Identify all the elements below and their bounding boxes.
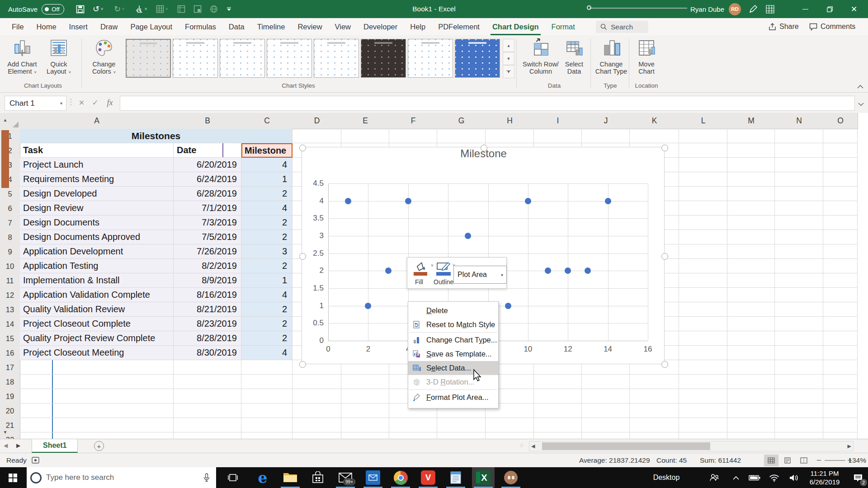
cell[interactable] <box>679 244 727 259</box>
chart-selection-handle[interactable] <box>299 253 306 260</box>
date-cell[interactable]: 8/16/2019 <box>174 288 241 302</box>
tab-home[interactable]: Home <box>30 18 63 35</box>
taskbar-app-chrome[interactable] <box>389 467 412 488</box>
cell[interactable] <box>582 432 630 439</box>
chart-style-thumbnail[interactable] <box>455 39 500 78</box>
column-header-D[interactable]: D <box>292 113 342 129</box>
data-point[interactable] <box>605 198 611 204</box>
column-header-E[interactable]: E <box>341 113 390 129</box>
cell[interactable] <box>775 317 823 331</box>
cell[interactable] <box>292 389 341 404</box>
cell[interactable] <box>775 346 823 360</box>
view-page-break-button[interactable] <box>797 455 811 466</box>
cell[interactable] <box>823 259 858 273</box>
cell[interactable] <box>679 404 727 418</box>
hscroll-left-icon[interactable]: ◀ <box>531 443 535 449</box>
taskbar-app-gimp[interactable] <box>500 467 522 488</box>
change-chart-type-button[interactable]: Change Chart Type <box>593 38 629 75</box>
microphone-icon[interactable] <box>203 473 210 482</box>
fill-button[interactable] <box>414 261 429 277</box>
cell[interactable] <box>679 158 727 172</box>
cell[interactable] <box>292 432 341 439</box>
cell[interactable] <box>775 389 823 404</box>
cell[interactable] <box>679 259 727 273</box>
cell[interactable] <box>341 404 389 418</box>
people-icon[interactable] <box>705 467 723 488</box>
styles-scroll-up-button[interactable]: ▲ <box>503 39 514 52</box>
zoom-out-button[interactable]: − <box>816 453 821 467</box>
cell[interactable] <box>727 129 775 143</box>
cell[interactable] <box>727 172 775 187</box>
cell[interactable] <box>630 129 679 143</box>
date-cell[interactable]: 8/30/2019 <box>174 346 241 360</box>
cell[interactable] <box>534 129 582 143</box>
cell[interactable] <box>679 172 727 187</box>
cell[interactable] <box>727 201 775 216</box>
row-header-6[interactable]: 6 <box>0 201 20 216</box>
cell[interactable] <box>341 129 389 143</box>
vscroll-up-icon[interactable]: ▲ <box>0 113 10 127</box>
data-point[interactable] <box>585 267 591 274</box>
enter-formula-button[interactable]: ✓ <box>89 96 101 110</box>
cell[interactable] <box>823 273 858 288</box>
column-header-J[interactable]: J <box>582 113 630 129</box>
milestone-cell[interactable]: 2 <box>241 317 292 331</box>
cell[interactable] <box>534 404 582 418</box>
cell[interactable] <box>679 346 727 360</box>
status-average[interactable]: Average: 21837.21429 <box>579 453 650 467</box>
cell[interactable] <box>775 302 823 317</box>
name-box[interactable]: Chart 1 ▾ <box>5 96 66 111</box>
cell[interactable] <box>823 375 858 389</box>
switch-row-column-button[interactable]: Switch Row/ Column <box>521 38 561 75</box>
cell[interactable] <box>20 389 174 404</box>
cell[interactable] <box>389 432 437 439</box>
cell[interactable] <box>630 404 679 418</box>
tab-data[interactable]: Data <box>222 18 251 35</box>
cell[interactable] <box>679 230 727 244</box>
task-cell[interactable]: Quality Validation Review <box>20 302 174 317</box>
tab-scrollbar-splitter[interactable]: ⁘ <box>519 442 525 449</box>
task-cell[interactable]: Project Launch <box>20 158 174 172</box>
cell[interactable] <box>727 360 775 375</box>
chart-selection-handle[interactable] <box>661 253 668 260</box>
milestone-cell[interactable]: 2 <box>241 302 292 317</box>
comments-button[interactable]: Comments <box>809 18 855 35</box>
cell[interactable] <box>775 158 823 172</box>
touch-pointer-button[interactable]: ˅ <box>136 0 147 18</box>
cell[interactable] <box>727 273 775 288</box>
column-header-M[interactable]: M <box>727 113 775 129</box>
cell[interactable] <box>823 187 858 201</box>
column-header-F[interactable]: F <box>389 113 438 129</box>
menu-item-reset-to-match-style[interactable]: Reset to Match Style <box>408 318 498 332</box>
data-point[interactable] <box>525 198 531 204</box>
cell[interactable] <box>241 418 292 432</box>
cell[interactable] <box>823 346 858 360</box>
cell[interactable] <box>630 375 679 389</box>
cell[interactable] <box>775 418 823 432</box>
row-header-16[interactable]: 16 <box>0 346 20 361</box>
cell[interactable] <box>174 418 241 432</box>
menu-item-change-chart-type[interactable]: Change Chart Type... <box>408 333 498 347</box>
styles-scroll-down-button[interactable]: ▼ <box>503 52 514 65</box>
formula-input[interactable] <box>120 96 855 111</box>
date-cell[interactable]: 7/3/2019 <box>174 216 241 230</box>
user-name[interactable]: Ryan Dube <box>690 0 724 18</box>
tab-help[interactable]: Help <box>404 18 432 35</box>
save-button[interactable] <box>76 0 85 18</box>
task-cell[interactable]: Project Closeout Complete <box>20 317 174 331</box>
qat-overflow-button[interactable] <box>227 0 231 18</box>
add-chart-element-button[interactable]: Add Chart Element ˅ <box>4 38 41 76</box>
undo-button[interactable]: ↺˅ <box>93 0 103 18</box>
cell[interactable] <box>727 158 775 172</box>
row-header-12[interactable]: 12 <box>0 288 20 303</box>
action-center-button[interactable]: 2 <box>848 467 868 488</box>
tab-page-layout[interactable]: Page Layout <box>124 18 179 35</box>
column-header-C[interactable]: C <box>241 113 293 129</box>
cell[interactable] <box>241 360 292 375</box>
cell[interactable] <box>20 375 174 389</box>
tab-insert[interactable]: Insert <box>63 18 94 35</box>
table-tool-icon[interactable] <box>193 0 202 18</box>
milestone-cell[interactable]: 2 <box>241 216 292 230</box>
date-cell[interactable]: 8/21/2019 <box>174 302 241 317</box>
row-header-5[interactable]: 5 <box>0 187 20 202</box>
